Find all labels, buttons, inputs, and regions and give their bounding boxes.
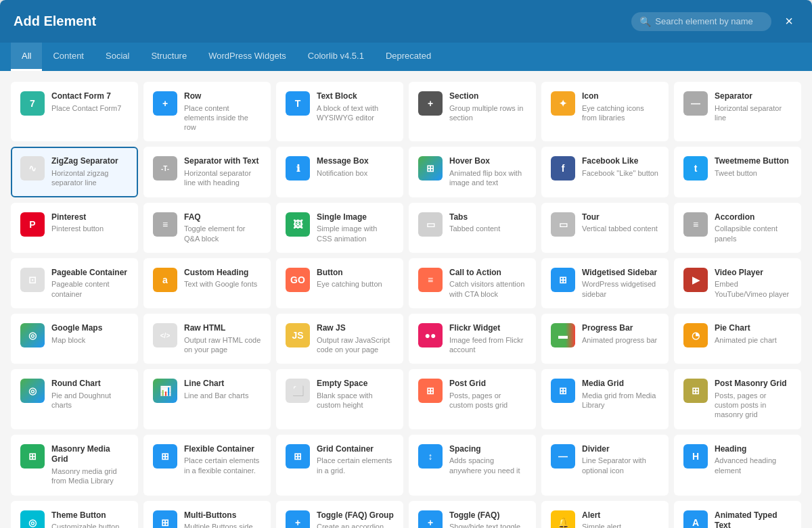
tab-structure[interactable]: Structure [140, 43, 198, 71]
element-desc: Place certain elements in a flexible con… [184, 456, 261, 475]
element-name: Message Box [317, 156, 394, 167]
tab-deprecated[interactable]: Deprecated [375, 43, 442, 71]
element-card[interactable]: AAnimated Typed TextAnimated text [674, 501, 801, 529]
element-card[interactable]: +SectionGroup multiple rows in section [409, 82, 536, 141]
element-card[interactable]: ◎Round ChartPie and Doughnut charts [11, 369, 138, 429]
element-card[interactable]: fFacebook LikeFacebook "Like" button [541, 147, 669, 197]
element-card[interactable]: 🖼Single ImageSimple image with CSS anima… [276, 203, 403, 253]
element-card[interactable]: ⊞Grid ContainerPlace certain elements in… [276, 435, 403, 496]
tab-content[interactable]: Content [42, 43, 95, 71]
element-card[interactable]: —DividerLine Separator with optional ico… [541, 435, 669, 496]
element-card[interactable]: ⊞Multi-ButtonsMultiple Buttons side by s… [143, 501, 271, 529]
element-card[interactable]: +Toggle (FAQ) GroupCreate an accordion u… [276, 501, 403, 529]
element-name: Widgetised Sidebar [582, 268, 659, 279]
element-card[interactable]: ▬Progress BarAnimated progress bar [541, 314, 669, 364]
element-card[interactable]: ⊡Pageable ContainerPageable content cont… [11, 258, 138, 308]
close-button[interactable]: × [780, 11, 798, 32]
element-card[interactable]: ▶Video PlayerEmbed YouTube/Vimeo player [674, 258, 801, 308]
element-card[interactable]: ℹMessage BoxNotification box [276, 147, 403, 197]
element-card[interactable]: 7Contact Form 7Place Contact Form7 [11, 82, 138, 141]
element-name: FAQ [184, 212, 261, 223]
element-desc: Horizontal separator line with heading [184, 168, 261, 188]
element-card[interactable]: ∿ZigZag SeparatorHorizontal zigzag separ… [11, 147, 138, 197]
element-card[interactable]: ⊞Widgetised SidebarWordPress widgetised … [541, 258, 669, 308]
element-card[interactable]: ⊞Hover BoxAnimated flip box with image a… [409, 147, 536, 197]
element-card[interactable]: ⊞Masonry Media GridMasonry media grid fr… [11, 435, 138, 496]
element-name: Spacing [449, 444, 526, 455]
element-card[interactable]: ✦IconEye catching icons from libraries [541, 82, 669, 141]
element-info: Widgetised SidebarWordPress widgetised s… [582, 268, 659, 299]
element-card[interactable]: ●●Flickr WidgetImage feed from Flickr ac… [409, 314, 536, 364]
element-icon: ≡ [153, 212, 177, 237]
element-card[interactable]: JSRaw JSOutput raw JavaScript code on yo… [276, 314, 403, 364]
element-info: AccordionCollapsible content panels [715, 212, 792, 243]
element-desc: Customizable button [51, 522, 129, 528]
element-card[interactable]: —SeparatorHorizontal separator line [674, 82, 801, 141]
element-info: RowPlace content elements inside the row [184, 91, 261, 132]
element-card[interactable]: +RowPlace content elements inside the ro… [143, 82, 271, 141]
element-info: ButtonEye catching button [317, 268, 394, 289]
element-desc: Masonry media grid from Media Library [51, 466, 129, 486]
element-icon: ▭ [551, 212, 575, 237]
element-desc: Eye catching icons from libraries [582, 103, 659, 123]
element-info: TourVertical tabbed content [582, 212, 659, 234]
element-name: Section [449, 91, 526, 102]
element-info: Flickr WidgetImage feed from Flickr acco… [449, 323, 526, 354]
element-desc: Posts, pages or custom posts in masonry … [715, 391, 792, 420]
element-card[interactable]: +Toggle (FAQ)Show/hide text toggle. [409, 501, 536, 529]
element-card[interactable]: HHeadingAdvanced heading element [674, 435, 801, 496]
element-card[interactable]: </>Raw HTMLOutput raw HTML code on your … [143, 314, 271, 364]
element-card[interactable]: 📊Line ChartLine and Bar charts [143, 369, 271, 429]
element-card[interactable]: ◔Pie ChartAnimated pie chart [674, 314, 801, 364]
element-card[interactable]: ≡Call to ActionCatch visitors attention … [409, 258, 536, 308]
element-info: Message BoxNotification box [317, 156, 394, 178]
tab-colorlib[interactable]: Colorlib v4.5.1 [297, 43, 375, 71]
tab-social[interactable]: Social [95, 43, 140, 71]
element-info: HeadingAdvanced heading element [715, 444, 792, 475]
element-card[interactable]: ▭TourVertical tabbed content [541, 203, 669, 253]
element-card[interactable]: TText BlockA block of text with WYSIWYG … [276, 82, 403, 141]
element-card[interactable]: ⊞Media GridMedia grid from Media Library [541, 369, 669, 429]
element-desc: Image feed from Flickr account [449, 335, 526, 355]
element-card[interactable]: ◎Theme ButtonCustomizable button [11, 501, 138, 529]
search-input[interactable] [655, 16, 763, 26]
element-name: Accordion [715, 212, 792, 223]
tab-wordpress[interactable]: WordPress Widgets [198, 43, 297, 71]
element-info: Hover BoxAnimated flip box with image an… [449, 156, 526, 187]
element-icon: ⊞ [153, 444, 177, 469]
element-card[interactable]: PPinterestPinterest button [11, 203, 138, 253]
element-card[interactable]: ↕SpacingAdds spacing anywhere you need i… [409, 435, 536, 496]
element-info: Animated Typed TextAnimated text [715, 510, 792, 529]
element-card[interactable]: ◎Google MapsMap block [11, 314, 138, 364]
element-card[interactable]: ⊞Flexible ContainerPlace certain element… [143, 435, 271, 496]
element-card[interactable]: -T-Separator with TextHorizontal separat… [143, 147, 271, 197]
element-card[interactable]: GOButtonEye catching button [276, 258, 403, 308]
element-name: Pinterest [51, 212, 129, 223]
element-card[interactable]: ≡AccordionCollapsible content panels [674, 203, 801, 253]
element-card[interactable]: ⊞Post Masonry GridPosts, pages or custom… [674, 369, 801, 429]
element-name: Custom Heading [184, 268, 261, 279]
tab-all[interactable]: All [11, 43, 42, 71]
element-desc: Animated pie chart [715, 335, 792, 345]
element-name: Hover Box [449, 156, 526, 167]
element-card[interactable]: ≡FAQToggle element for Q&A block [143, 203, 271, 253]
element-card[interactable]: tTweetmeme ButtonTweet button [674, 147, 801, 197]
element-icon: GO [286, 268, 310, 292]
element-icon: ⊞ [286, 444, 310, 469]
element-name: Button [317, 268, 394, 279]
elements-grid: 7Contact Form 7Place Contact Form7+RowPl… [0, 71, 812, 528]
element-name: Single Image [317, 212, 394, 223]
element-info: Pie ChartAnimated pie chart [715, 323, 792, 345]
element-info: Video PlayerEmbed YouTube/Vimeo player [715, 268, 792, 299]
element-card[interactable]: aCustom HeadingText with Google fonts [143, 258, 271, 308]
element-desc: Tabbed content [449, 224, 526, 233]
element-icon: JS [286, 323, 310, 347]
element-info: FAQToggle element for Q&A block [184, 212, 261, 243]
element-icon: ≡ [418, 268, 443, 292]
element-card[interactable]: ▭TabsTabbed content [409, 203, 536, 253]
element-icon: ⊞ [551, 379, 575, 403]
element-card[interactable]: 🔔AlertSimple alert [541, 501, 669, 529]
element-icon: 🖼 [286, 212, 310, 237]
element-card[interactable]: ⊞Post GridPosts, pages or custom posts g… [409, 369, 536, 429]
element-card[interactable]: ⬜Empty SpaceBlank space with custom heig… [276, 369, 403, 429]
